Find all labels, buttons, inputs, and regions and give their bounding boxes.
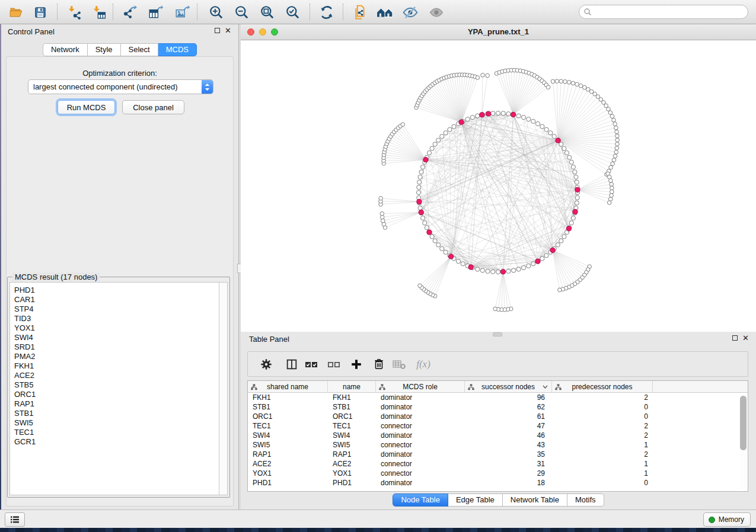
application-window: Control Panel ✕ Network Style Select MCD… [0,0,756,532]
deselect-all-button[interactable] [326,357,342,372]
mcds-result-item[interactable]: PMA2 [14,352,219,361]
close-table-panel-icon[interactable]: ✕ [742,335,749,341]
column-header-successor-nodes[interactable]: successor nodes [465,381,552,392]
table-row[interactable]: FKH1FKH1dominator962 [248,393,748,402]
mcds-result-item[interactable]: STB5 [14,380,219,390]
mcds-result-item[interactable]: ACE2 [14,371,219,380]
table-row[interactable]: SWI4SWI4dominator462 [248,431,748,440]
zoom-selected-button[interactable] [284,4,302,20]
add-column-button[interactable] [348,357,365,372]
mcds-result-item[interactable]: TEC1 [14,428,219,437]
table-row[interactable]: ACE2ACE2connector311 [248,459,748,469]
table-cell: 18 [465,479,552,487]
show-graphics-details-button[interactable] [428,4,445,20]
close-panel-button[interactable]: Close panel [122,100,184,114]
select-stepper-icon [202,80,213,94]
column-header-shared-name[interactable]: shared name [248,381,328,392]
desktop-wallpaper [0,528,756,532]
table-cell: 29 [465,469,552,477]
mcds-result-item[interactable]: STB1 [14,409,219,418]
tab-network[interactable]: Network [43,43,88,56]
refresh-icon [319,5,334,20]
mcds-result-item[interactable]: TID3 [14,314,219,323]
optimization-criterion-select[interactable]: largest connected component (undirected) [28,79,213,94]
zoom-out-button[interactable] [233,4,251,20]
select-all-button[interactable] [303,357,320,372]
tab-network-table[interactable]: Network Table [503,493,567,507]
destroy-table-button[interactable] [391,357,407,372]
run-mcds-button[interactable]: Run MCDS [58,100,115,114]
table-row[interactable]: TEC1TEC1connector472 [248,421,748,431]
tab-style[interactable]: Style [88,43,121,56]
status-bar: Memory [0,509,756,528]
memory-label: Memory [719,515,744,524]
tab-mcds[interactable]: MCDS [158,43,197,56]
table-cell: SWI4 [248,431,328,440]
table-scrollbar[interactable] [740,395,747,489]
refresh-view-button[interactable] [318,4,336,20]
table-row[interactable]: PHD1PHD1dominator180 [248,478,748,488]
open-session-button[interactable] [7,4,25,20]
table-panel-grip-icon[interactable] [493,332,502,336]
export-network-button[interactable] [120,4,138,20]
eye-slash-icon [402,5,419,20]
table-row[interactable]: ORC1ORC1dominator610 [248,412,748,421]
table-cell: 0 [552,479,653,487]
mcds-result-item[interactable]: FKH1 [14,361,219,371]
column-header-mcds-role[interactable]: MCDS role [376,381,465,392]
zoom-in-icon [209,5,224,20]
column-header-name[interactable]: name [328,381,376,392]
mcds-result-item[interactable]: SRD1 [14,342,219,352]
hide-graphics-details-button[interactable] [401,4,419,20]
task-history-button[interactable] [5,512,25,527]
control-panel-header: Control Panel ✕ [1,24,238,40]
table-cell: RAP1 [328,450,376,459]
float-panel-icon[interactable] [215,28,220,33]
mcds-result-scrollbar[interactable] [219,282,228,495]
float-table-panel-icon[interactable] [732,335,738,341]
save-session-button[interactable] [31,4,49,20]
import-network-button[interactable] [65,4,83,20]
table-row[interactable]: YOX1YOX1connector291 [248,469,748,478]
control-panel-title: Control Panel [8,27,55,36]
mcds-result-item[interactable]: CAR1 [14,295,219,305]
table-row[interactable]: STB1STB1dominator620 [248,402,748,412]
import-table-button[interactable] [90,4,108,20]
export-table-button[interactable] [146,4,164,20]
search-input[interactable] [594,6,748,18]
share-document-button[interactable] [351,4,369,20]
tab-select[interactable]: Select [121,43,158,56]
mcds-result-item[interactable]: SWI4 [14,333,219,342]
table-cell: 2 [552,450,653,459]
table-cell: 1 [552,469,653,477]
mcds-result-item[interactable]: SWI5 [14,418,219,428]
table-row[interactable]: RAP1RAP1dominator352 [248,450,748,459]
select-all-icon [304,358,318,370]
tab-motifs[interactable]: Motifs [567,493,604,507]
column-header-predecessor-nodes[interactable]: predecessor nodes [552,381,653,392]
mcds-result-list[interactable]: PHD1CAR1STP4TID3YOX1SWI4SRD1PMA2FKH1ACE2… [9,282,219,495]
network-canvas[interactable] [241,40,756,332]
home-button[interactable] [376,4,394,20]
table-cell: 61 [465,412,552,421]
function-builder-button[interactable]: f(x) [413,357,434,372]
zoom-in-button[interactable] [208,4,225,20]
export-image-button[interactable] [173,4,191,20]
table-cell: TEC1 [328,422,376,430]
memory-button[interactable]: Memory [703,512,751,527]
tab-edge-table[interactable]: Edge Table [448,493,503,507]
mcds-result-item[interactable]: GCR1 [14,437,219,447]
table-settings-button[interactable] [258,357,275,372]
delete-column-button[interactable] [371,357,387,372]
close-panel-icon[interactable]: ✕ [225,27,231,34]
toggle-columns-button[interactable] [283,357,300,372]
mcds-result-item[interactable]: PHD1 [14,286,219,295]
mcds-result-item[interactable]: YOX1 [14,323,219,333]
table-row[interactable]: SWI5SWI5connector431 [248,440,748,450]
mcds-result-item[interactable]: RAP1 [14,399,219,409]
zoom-fit-button[interactable] [259,4,276,20]
table-scrollbar-thumb[interactable] [740,396,747,450]
mcds-result-item[interactable]: STP4 [14,305,219,314]
mcds-result-item[interactable]: ORC1 [14,390,219,399]
tab-node-table[interactable]: Node Table [393,493,448,507]
